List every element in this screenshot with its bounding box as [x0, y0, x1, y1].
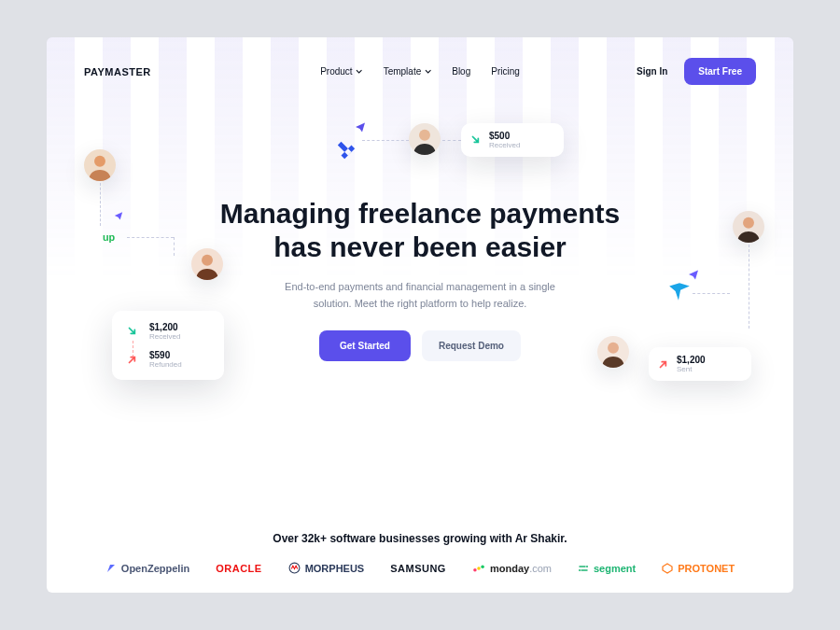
morpheus-icon — [288, 562, 301, 574]
hero-title-line2: has never been easier — [273, 231, 567, 262]
brand-label: segment — [594, 563, 636, 574]
payment-row-refunded: $590 Refunded — [125, 350, 211, 369]
start-free-button[interactable]: Start Free — [684, 58, 756, 85]
connector — [362, 140, 409, 141]
label: Refunded — [149, 360, 182, 369]
svg-point-10 — [586, 566, 588, 567]
svg-text:up: up — [103, 231, 116, 243]
payment-card-received: $500 Received — [461, 123, 564, 157]
request-demo-button[interactable]: Request Demo — [422, 330, 521, 361]
toptal-icon — [336, 140, 357, 161]
brand-label: PROTONET — [678, 563, 735, 574]
paper-plane-icon — [688, 269, 699, 280]
brand-morpheus: MORPHEUS — [288, 562, 365, 574]
avatar — [84, 149, 116, 181]
connector — [693, 293, 730, 294]
brand-protonet: PROTONET — [662, 563, 735, 574]
nav-product-label: Product — [320, 66, 352, 77]
connector — [749, 245, 749, 329]
svg-point-3 — [743, 217, 754, 229]
svg-point-9 — [481, 565, 484, 568]
brand-monday: monday.com — [472, 563, 552, 574]
hero-title: Managing freelance payments has never be… — [47, 197, 793, 264]
svg-point-2 — [419, 130, 430, 141]
connector — [100, 183, 101, 226]
nav-links: Product Template Blog Pricing — [320, 66, 520, 77]
avatar — [597, 336, 629, 368]
social-proof: Over 32k+ software businesses growing wi… — [47, 532, 793, 574]
svg-point-7 — [473, 568, 477, 572]
monday-icon — [472, 563, 485, 574]
nav-right: Sign In Start Free — [637, 58, 756, 85]
brand-label: OpenZeppelin — [121, 563, 189, 574]
svg-point-0 — [94, 156, 105, 167]
svg-marker-12 — [663, 564, 672, 573]
avatar — [191, 248, 223, 280]
svg-point-11 — [579, 569, 581, 571]
connector — [133, 341, 133, 357]
protonet-icon — [662, 563, 673, 574]
payment-card-sent: $1,200 Sent — [649, 347, 751, 381]
brand-label: monday.com — [490, 563, 552, 574]
brand-oracle: ORACLE — [216, 563, 261, 574]
hero-subtitle: End-to-end payments and financial manage… — [266, 279, 574, 312]
logo: PAYMASTER — [84, 66, 151, 77]
brand-samsung: SAMSUNG — [390, 563, 446, 574]
arrow-down-right-icon — [125, 324, 140, 339]
svg-point-8 — [477, 567, 481, 570]
label: Sent — [677, 365, 738, 373]
brand-row: OpenZeppelin ORACLE MORPHEUS SAMSUNG mon… — [47, 562, 793, 574]
amount: $1,200 — [677, 355, 738, 365]
segment-icon — [578, 563, 589, 574]
chevron-down-icon — [425, 68, 431, 75]
svg-point-4 — [608, 343, 619, 354]
nav-blog[interactable]: Blog — [452, 66, 470, 77]
hero-title-line1: Managing freelance payments — [220, 198, 620, 229]
freelancer-icon — [667, 280, 692, 304]
arrow-up-right-icon — [656, 357, 671, 371]
payment-row-received: $1,200 Received — [125, 322, 211, 341]
amount: $1,200 — [149, 322, 180, 332]
avatar — [733, 211, 764, 243]
brand-label: MORPHEUS — [305, 563, 365, 574]
landing-page: PAYMASTER Product Template Blog Pricing … — [47, 37, 793, 593]
top-nav: PAYMASTER Product Template Blog Pricing … — [47, 37, 793, 85]
brand-segment: segment — [578, 563, 636, 574]
nav-pricing[interactable]: Pricing — [491, 66, 520, 77]
paper-plane-icon — [114, 211, 123, 220]
nav-product[interactable]: Product — [320, 66, 362, 77]
nav-template[interactable]: Template — [384, 66, 432, 77]
upwork-icon: up — [103, 229, 125, 245]
nav-blog-label: Blog — [452, 66, 470, 77]
connector — [127, 237, 174, 238]
paper-plane-icon — [355, 121, 366, 133]
get-started-button[interactable]: Get Started — [319, 330, 411, 361]
openzeppelin-icon — [105, 563, 117, 574]
brand-openzeppelin: OpenZeppelin — [105, 563, 189, 574]
nav-template-label: Template — [384, 66, 422, 77]
connector — [174, 237, 175, 256]
label: Received — [489, 141, 551, 149]
arrow-down-right-icon — [469, 133, 483, 147]
social-proof-caption: Over 32k+ software businesses growing wi… — [47, 532, 793, 545]
payment-card-stack: $1,200 Received $590 Refunded — [112, 311, 224, 380]
nav-pricing-label: Pricing — [491, 66, 520, 77]
connector — [442, 140, 461, 141]
signin-link[interactable]: Sign In — [637, 66, 667, 77]
svg-point-1 — [202, 255, 213, 266]
amount: $590 — [149, 350, 182, 360]
chevron-down-icon — [357, 68, 363, 75]
amount: $500 — [489, 131, 551, 141]
label: Received — [149, 332, 180, 341]
avatar — [409, 123, 441, 155]
